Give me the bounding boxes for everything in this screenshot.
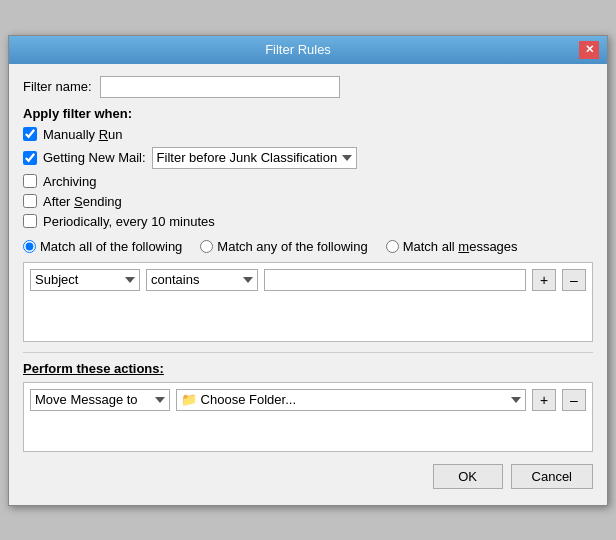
periodically-row: Periodically, every 10 minutes (23, 214, 593, 229)
periodically-label[interactable]: Periodically, every 10 minutes (43, 214, 215, 229)
match-all-messages-radio[interactable] (386, 240, 399, 253)
after-sending-checkbox[interactable] (23, 194, 37, 208)
match-options-row: Match all of the following Match any of … (23, 239, 593, 254)
match-all-option[interactable]: Match all of the following (23, 239, 182, 254)
archiving-row: Archiving (23, 174, 593, 189)
after-sending-row: After Sending (23, 194, 593, 209)
archiving-label[interactable]: Archiving (43, 174, 96, 189)
filter-name-label: Filter name: (23, 79, 92, 94)
action-row: Move Message to Copy Message to Delete M… (30, 389, 586, 411)
folder-select[interactable]: 📁 Choose Folder... (176, 389, 526, 411)
ok-button[interactable]: OK (433, 464, 503, 489)
actions-box: Move Message to Copy Message to Delete M… (23, 382, 593, 452)
manually-run-checkbox[interactable] (23, 127, 37, 141)
manually-run-label[interactable]: Manually Run (43, 127, 123, 142)
match-any-option[interactable]: Match any of the following (200, 239, 367, 254)
match-all-label: Match all of the following (40, 239, 182, 254)
match-all-messages-option[interactable]: Match all messages (386, 239, 518, 254)
getting-new-mail-row: Getting New Mail: Filter before Junk Cla… (23, 147, 593, 169)
dialog-content: Filter name: Apply filter when: Manually… (9, 64, 607, 505)
getting-new-mail-label[interactable]: Getting New Mail: (43, 150, 146, 165)
actions-section-label: Perform these actions: (23, 352, 593, 376)
cancel-button[interactable]: Cancel (511, 464, 593, 489)
filter-name-row: Filter name: (23, 76, 593, 98)
condition-operator-select[interactable]: contains doesn't contain is begins with … (146, 269, 258, 291)
apply-section-label: Apply filter when: (23, 106, 593, 121)
dialog-title: Filter Rules (17, 42, 579, 57)
buttons-row: OK Cancel (23, 464, 593, 493)
manually-run-row: Manually Run (23, 127, 593, 142)
conditions-box: Subject From To CC Body Date contains do… (23, 262, 593, 342)
match-any-radio[interactable] (200, 240, 213, 253)
action-remove-button[interactable]: – (562, 389, 586, 411)
filter-name-input[interactable] (100, 76, 340, 98)
close-button[interactable]: ✕ (579, 41, 599, 59)
periodically-checkbox[interactable] (23, 214, 37, 228)
condition-field-select[interactable]: Subject From To CC Body Date (30, 269, 140, 291)
match-all-messages-label: Match all messages (403, 239, 518, 254)
condition-row: Subject From To CC Body Date contains do… (30, 269, 586, 291)
action-type-select[interactable]: Move Message to Copy Message to Delete M… (30, 389, 170, 411)
condition-remove-button[interactable]: – (562, 269, 586, 291)
archiving-checkbox[interactable] (23, 174, 37, 188)
action-add-button[interactable]: + (532, 389, 556, 411)
titlebar: Filter Rules ✕ (9, 36, 607, 64)
match-any-label: Match any of the following (217, 239, 367, 254)
match-all-radio[interactable] (23, 240, 36, 253)
filter-timing-dropdown[interactable]: Filter before Junk Classification Filter… (152, 147, 357, 169)
getting-new-mail-checkbox[interactable] (23, 151, 37, 165)
condition-value-input[interactable] (264, 269, 526, 291)
condition-add-button[interactable]: + (532, 269, 556, 291)
after-sending-label[interactable]: After Sending (43, 194, 122, 209)
filter-rules-dialog: Filter Rules ✕ Filter name: Apply filter… (8, 35, 608, 506)
